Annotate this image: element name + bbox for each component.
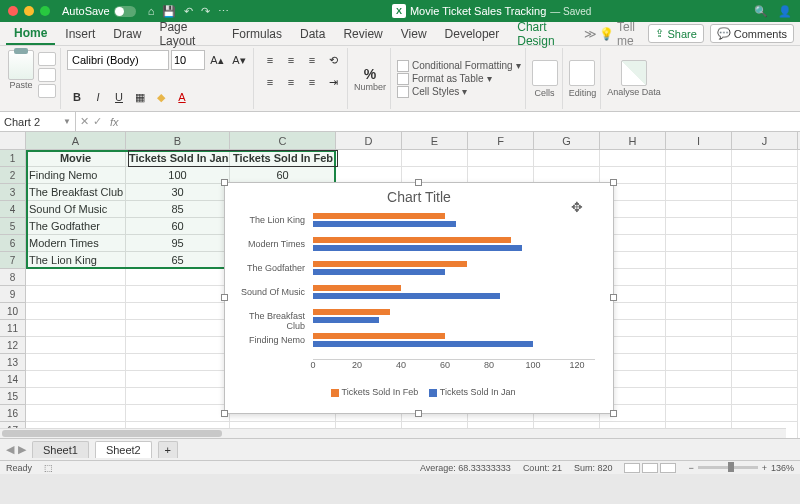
row-header-11[interactable]: 11	[0, 320, 26, 337]
maximize-icon[interactable]	[40, 6, 50, 16]
font-size-select[interactable]	[171, 50, 205, 70]
resize-handle-se[interactable]	[610, 410, 617, 417]
sheet-prev-icon[interactable]: ◀	[6, 443, 14, 456]
bold-button[interactable]: B	[67, 87, 87, 107]
resize-handle-nw[interactable]	[221, 179, 228, 186]
bar-series-0[interactable]	[313, 333, 445, 339]
row-header-1[interactable]: 1	[0, 150, 26, 167]
cell-I9[interactable]	[666, 286, 732, 303]
cell-A3[interactable]: The Breakfast Club	[26, 184, 126, 201]
cell-I16[interactable]	[666, 405, 732, 422]
cell-H1[interactable]	[600, 150, 666, 167]
horizontal-scrollbar[interactable]	[0, 428, 786, 438]
align-right-icon[interactable]: ≡	[302, 72, 322, 92]
zoom-slider[interactable]	[698, 466, 758, 469]
cell-J15[interactable]	[732, 388, 798, 405]
cell-B13[interactable]	[126, 354, 230, 371]
cell-I6[interactable]	[666, 235, 732, 252]
tab-draw[interactable]: Draw	[105, 24, 149, 44]
cell-A13[interactable]	[26, 354, 126, 371]
col-header-D[interactable]: D	[336, 132, 402, 149]
align-left-icon[interactable]: ≡	[260, 72, 280, 92]
tab-view[interactable]: View	[393, 24, 435, 44]
cell-A12[interactable]	[26, 337, 126, 354]
select-all-corner[interactable]	[0, 132, 26, 149]
cell-J8[interactable]	[732, 269, 798, 286]
cell-A15[interactable]	[26, 388, 126, 405]
cell-J4[interactable]	[732, 201, 798, 218]
cell-J6[interactable]	[732, 235, 798, 252]
comments-button[interactable]: 💬Comments	[710, 24, 794, 43]
cell-I5[interactable]	[666, 218, 732, 235]
font-name-select[interactable]	[67, 50, 169, 70]
cell-A8[interactable]	[26, 269, 126, 286]
cut-icon[interactable]	[38, 52, 56, 66]
cell-B9[interactable]	[126, 286, 230, 303]
name-box[interactable]: Chart 2▼	[0, 112, 76, 131]
chart-title[interactable]: Chart Title	[225, 183, 613, 207]
cell-J10[interactable]	[732, 303, 798, 320]
row-header-6[interactable]: 6	[0, 235, 26, 252]
col-header-E[interactable]: E	[402, 132, 468, 149]
cell-J1[interactable]	[732, 150, 798, 167]
row-header-2[interactable]: 2	[0, 167, 26, 184]
resize-handle-s[interactable]	[415, 410, 422, 417]
fx-icon[interactable]: fx	[110, 116, 119, 128]
search-icon[interactable]: 🔍	[754, 5, 768, 18]
cell-I15[interactable]	[666, 388, 732, 405]
cell-styles-button[interactable]: Cell Styles ▾	[397, 86, 521, 98]
tab-review[interactable]: Review	[335, 24, 390, 44]
cell-B3[interactable]: 30	[126, 184, 230, 201]
row-header-12[interactable]: 12	[0, 337, 26, 354]
col-header-B[interactable]: B	[126, 132, 230, 149]
align-bottom-icon[interactable]: ≡	[302, 50, 322, 70]
tab-chart-design[interactable]: Chart Design	[509, 17, 582, 51]
page-layout-view-icon[interactable]	[642, 463, 658, 473]
chart-legend[interactable]: Tickets Sold In Feb Tickets Sold In Jan	[225, 387, 613, 401]
share-button[interactable]: ⇪Share	[648, 24, 703, 43]
cell-I2[interactable]	[666, 167, 732, 184]
cell-B10[interactable]	[126, 303, 230, 320]
cell-A11[interactable]	[26, 320, 126, 337]
cell-A7[interactable]: The Lion King	[26, 252, 126, 269]
cell-F1[interactable]	[468, 150, 534, 167]
cell-B6[interactable]: 95	[126, 235, 230, 252]
row-header-16[interactable]: 16	[0, 405, 26, 422]
bar-series-0[interactable]	[313, 261, 467, 267]
cell-A10[interactable]	[26, 303, 126, 320]
increase-font-icon[interactable]: A▴	[207, 50, 227, 70]
scrollbar-thumb[interactable]	[2, 430, 222, 437]
cell-J13[interactable]	[732, 354, 798, 371]
minimize-icon[interactable]	[24, 6, 34, 16]
sheet-tab-2[interactable]: Sheet2	[95, 441, 152, 458]
switch-icon[interactable]	[114, 6, 136, 17]
col-header-G[interactable]: G	[534, 132, 600, 149]
sheet-next-icon[interactable]: ▶	[18, 443, 26, 456]
cell-I12[interactable]	[666, 337, 732, 354]
tell-me[interactable]: 💡Tell me	[599, 20, 644, 48]
cell-J14[interactable]	[732, 371, 798, 388]
cell-B1[interactable]: Tickets Sold In Jan	[126, 150, 230, 167]
chevron-down-icon[interactable]: ▼	[63, 117, 71, 126]
cell-I1[interactable]	[666, 150, 732, 167]
cell-I3[interactable]	[666, 184, 732, 201]
col-header-A[interactable]: A	[26, 132, 126, 149]
row-header-5[interactable]: 5	[0, 218, 26, 235]
cell-A6[interactable]: Modern Times	[26, 235, 126, 252]
cell-C1[interactable]: Tickets Sold In Feb	[230, 150, 336, 167]
cell-I13[interactable]	[666, 354, 732, 371]
cell-J12[interactable]	[732, 337, 798, 354]
sheet-tab-1[interactable]: Sheet1	[32, 441, 89, 458]
decrease-font-icon[interactable]: A▾	[229, 50, 249, 70]
cell-B16[interactable]	[126, 405, 230, 422]
align-top-icon[interactable]: ≡	[260, 50, 280, 70]
cell-B8[interactable]	[126, 269, 230, 286]
page-break-view-icon[interactable]	[660, 463, 676, 473]
row-header-4[interactable]: 4	[0, 201, 26, 218]
chevron-right-icon[interactable]: ≫	[584, 27, 597, 41]
row-header-3[interactable]: 3	[0, 184, 26, 201]
cell-J5[interactable]	[732, 218, 798, 235]
resize-handle-ne[interactable]	[610, 179, 617, 186]
orientation-icon[interactable]: ⟲	[323, 50, 343, 70]
cells-icon[interactable]	[532, 60, 558, 86]
